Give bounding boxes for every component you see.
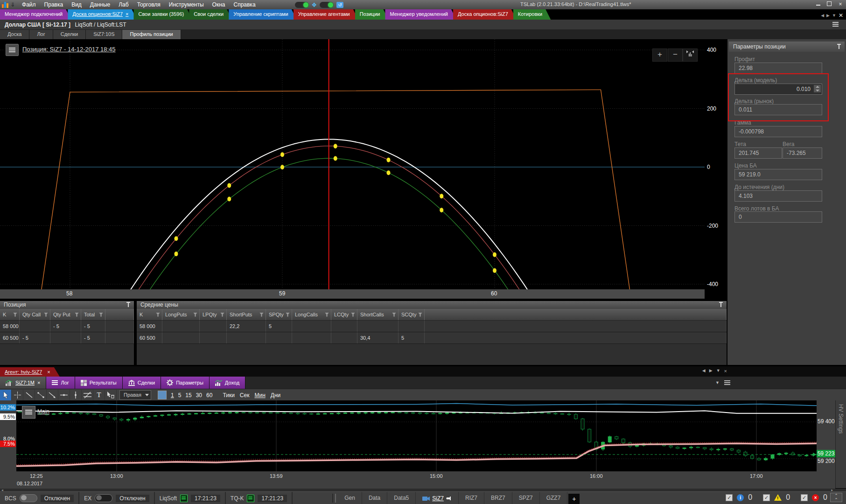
panel-menu-icon[interactable] [724, 380, 730, 381]
col-spqty[interactable]: SPQty [266, 309, 292, 320]
table-row[interactable]: 58 000 22,2 5 [137, 321, 727, 332]
tab-scroll-left-icon[interactable]: ◀ [821, 13, 824, 18]
axis-side-dropdown[interactable]: Правая [119, 390, 151, 400]
tab-list-icon[interactable]: ▼ [716, 368, 720, 374]
drag-handle[interactable] [33, 303, 125, 307]
line-tool[interactable] [23, 390, 35, 400]
data-tab-data[interactable]: Data [362, 492, 387, 504]
intraday-plot[interactable] [16, 400, 817, 471]
period-seconds[interactable]: Сек [240, 392, 250, 399]
filter-icon[interactable] [351, 313, 355, 317]
menu-lab[interactable]: Лаб [114, 0, 133, 9]
polyline-tool[interactable] [35, 390, 47, 400]
tab-agent-management[interactable]: Управление агентами [294, 9, 358, 20]
period-minutes[interactable]: Мин [254, 392, 265, 399]
drag-handle[interactable] [799, 45, 833, 49]
delete-drawing-tool[interactable] [105, 390, 117, 400]
col-qty-put[interactable]: Qty Put [50, 309, 81, 320]
col-shortputs[interactable]: ShortPuts [227, 309, 266, 320]
menu-trading[interactable]: Торговля [133, 0, 165, 9]
maximize-button[interactable] [825, 1, 833, 7]
agent-tab-trades[interactable]: Сделки [123, 377, 161, 389]
total-lots-field[interactable]: 0 [734, 211, 822, 223]
subtab-siz7-10s[interactable]: SiZ7:10S [86, 30, 122, 39]
tab-tools-icon[interactable]: ✕ [839, 12, 843, 19]
pointer-tool[interactable] [0, 390, 12, 400]
avg-prices-table-header[interactable]: Средние цены [137, 301, 727, 309]
tab-script-management[interactable]: Управление скриптами [229, 9, 296, 20]
position-legend-link[interactable]: Позиция: SiZ7 - 14-12-2017 18:45 [22, 46, 116, 53]
col-k[interactable]: K [0, 309, 20, 320]
menu-view[interactable]: Вид [67, 0, 86, 9]
timeframe-1[interactable]: 1 [171, 392, 174, 399]
zoom-out-button[interactable]: − [668, 49, 683, 62]
stepper-icons[interactable] [814, 85, 821, 92]
bcs-toggle[interactable] [20, 494, 37, 502]
menu-windows[interactable]: Окна [208, 0, 230, 9]
ray-tool[interactable] [47, 390, 58, 400]
delta-model-field[interactable]: 0.010 [734, 84, 822, 95]
data-tab-spz7[interactable]: SPZ7 [512, 492, 540, 504]
filter-icon[interactable] [99, 313, 103, 317]
sync-icon[interactable]: ↺ [336, 2, 343, 8]
horizontal-line-tool[interactable] [58, 390, 70, 400]
timeframe-60[interactable]: 60 [206, 392, 212, 399]
filter-icon[interactable] [13, 313, 17, 317]
data-tab-brz7[interactable]: BRZ7 [484, 492, 512, 504]
drag-handle[interactable] [186, 303, 717, 307]
minimize-button[interactable] [814, 1, 822, 7]
pane-legend-link[interactable]: Main [37, 408, 49, 415]
tab-connection-manager[interactable]: Менеджер подключений [0, 9, 71, 20]
position-profile-chart[interactable]: Позиция: SiZ7 - 14-12-2017 18:45 + − 58 … [0, 39, 705, 299]
pin-icon[interactable] [719, 302, 723, 308]
export-icon[interactable]: ⇓ [10, 1, 15, 8]
filter-icon[interactable] [75, 313, 79, 317]
subtab-trades[interactable]: Сделки [53, 30, 86, 39]
col-shortcalls[interactable]: ShortCalls [357, 309, 399, 320]
position-table-header[interactable]: Позиция [0, 301, 134, 309]
color-swatch[interactable] [158, 391, 167, 399]
panel-menu-icon[interactable] [832, 22, 839, 23]
profile-plot[interactable] [0, 39, 705, 289]
agent-tab-income[interactable]: Доход [210, 377, 245, 389]
error-checkbox[interactable]: ✓ [801, 494, 808, 501]
table-row[interactable]: 60 500 - 5 - 5 [0, 332, 134, 344]
col-longputs[interactable]: LongPuts [162, 309, 200, 320]
zoom-in-button[interactable]: + [652, 49, 667, 62]
crosshair-tool[interactable] [12, 390, 23, 400]
pin-icon[interactable] [446, 496, 452, 501]
filter-icon[interactable] [325, 313, 329, 317]
table-row[interactable]: 58 000 - 5 - 5 [0, 321, 134, 332]
scroll-right-icon[interactable]: ▶ [709, 368, 713, 374]
profit-field[interactable]: 22.98 [734, 63, 822, 74]
tab-option-board-2[interactable]: Доска опционов:SiZ7 [453, 9, 517, 20]
timeframe-15[interactable]: 15 [185, 392, 191, 399]
text-tool[interactable]: T [93, 390, 105, 400]
agent-tab[interactable]: Агент: hviv-SiZ7 × [0, 367, 60, 377]
ex-toggle[interactable] [95, 494, 112, 502]
pin-icon[interactable] [837, 44, 841, 49]
ba-price-field[interactable]: 59 219.0 [734, 169, 822, 180]
timeframe-30[interactable]: 30 [196, 392, 202, 399]
data-tab-data5[interactable]: Data5 [387, 492, 416, 504]
agent-tab-results[interactable]: Результаты [75, 377, 123, 389]
info-checkbox[interactable]: ✓ [726, 494, 733, 501]
close-icon[interactable]: × [126, 11, 128, 17]
col-longcalls[interactable]: LongCalls [292, 309, 331, 320]
connection-toggle-1[interactable] [295, 2, 309, 8]
data-tab-riz7[interactable]: RIZ7 [459, 492, 484, 504]
filter-icon[interactable] [156, 313, 160, 317]
menu-data[interactable]: Данные [86, 0, 114, 9]
tab-quotes[interactable]: Котировки [513, 9, 551, 20]
filter-icon[interactable] [44, 313, 48, 317]
pin-icon[interactable] [126, 302, 131, 308]
filter-icon[interactable] [193, 313, 197, 317]
tab-list-icon[interactable]: ▼ [832, 13, 836, 18]
delta-market-field[interactable]: 0.011 [734, 104, 822, 115]
channel-tool[interactable] [82, 390, 93, 400]
pane-settings-button[interactable] [22, 406, 35, 419]
tab-own-orders[interactable]: Свои заявки (3596) [133, 9, 192, 20]
add-data-tab-button[interactable]: + [568, 494, 580, 504]
data-tab-gzz7[interactable]: GZZ7 [540, 492, 568, 504]
tab-dropdown-icon[interactable]: ▼ [715, 380, 720, 385]
